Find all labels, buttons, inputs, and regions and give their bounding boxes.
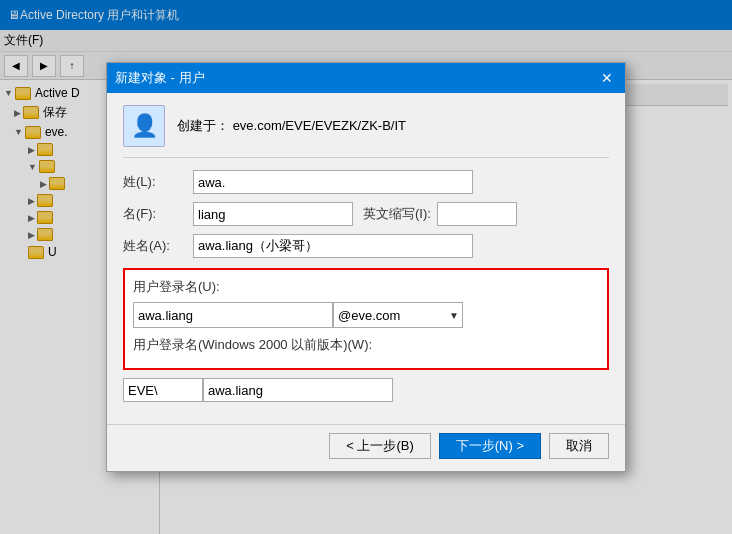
modal-body: 👤 创建于： eve.com/EVE/EVEZK/ZK-B/IT 姓(L): 名…: [107, 93, 625, 418]
created-label: 创建于：: [177, 118, 229, 133]
domain-select[interactable]: @eve.com: [333, 302, 463, 328]
full-name-row: 姓名(A):: [123, 234, 609, 258]
abbr-input[interactable]: [437, 202, 517, 226]
last-name-input[interactable]: [193, 170, 473, 194]
next-button[interactable]: 下一步(N) >: [439, 433, 541, 459]
domain-select-wrapper: @eve.com ▼: [333, 302, 463, 328]
abbr-label: 英文缩写(I):: [363, 205, 431, 223]
legacy-label: 用户登录名(Windows 2000 以前版本)(W):: [133, 336, 599, 354]
legacy-prefix-text: EVE\: [128, 383, 158, 398]
modal-titlebar: 新建对象 - 用户 ✕: [107, 63, 625, 93]
user-created-info: 创建于： eve.com/EVE/EVEZK/ZK-B/IT: [177, 117, 406, 135]
modal-title-text: 新建对象 - 用户: [115, 69, 205, 87]
modal-overlay: 新建对象 - 用户 ✕ 👤 创建于： eve.com/EVE/EVEZK/ZK-…: [0, 0, 732, 534]
login-row: @eve.com ▼: [133, 302, 599, 328]
created-path: eve.com/EVE/EVEZK/ZK-B/IT: [233, 118, 406, 133]
avatar: 👤: [123, 105, 165, 147]
full-name-label: 姓名(A):: [123, 237, 193, 255]
full-name-input[interactable]: [193, 234, 473, 258]
legacy-login-row: EVE\: [123, 378, 609, 402]
new-user-dialog: 新建对象 - 用户 ✕ 👤 创建于： eve.com/EVE/EVEZK/ZK-…: [106, 62, 626, 472]
first-name-input[interactable]: [193, 202, 353, 226]
last-name-label: 姓(L):: [123, 173, 193, 191]
modal-title-group: 新建对象 - 用户: [115, 69, 205, 87]
last-name-row: 姓(L):: [123, 170, 609, 194]
login-section: 用户登录名(U): @eve.com ▼ 用户登录名(Windows 2000 …: [123, 268, 609, 370]
login-input[interactable]: [133, 302, 333, 328]
modal-footer: < 上一步(B) 下一步(N) > 取消: [107, 424, 625, 471]
first-name-label: 名(F):: [123, 205, 193, 223]
modal-close-button[interactable]: ✕: [597, 68, 617, 88]
legacy-login-input[interactable]: [203, 378, 393, 402]
legacy-prefix: EVE\: [123, 378, 203, 402]
first-name-row: 名(F): 英文缩写(I):: [123, 202, 609, 226]
user-info-section: 👤 创建于： eve.com/EVE/EVEZK/ZK-B/IT: [123, 105, 609, 158]
back-button[interactable]: < 上一步(B): [329, 433, 431, 459]
cancel-button[interactable]: 取消: [549, 433, 609, 459]
login-section-label: 用户登录名(U):: [133, 278, 599, 296]
